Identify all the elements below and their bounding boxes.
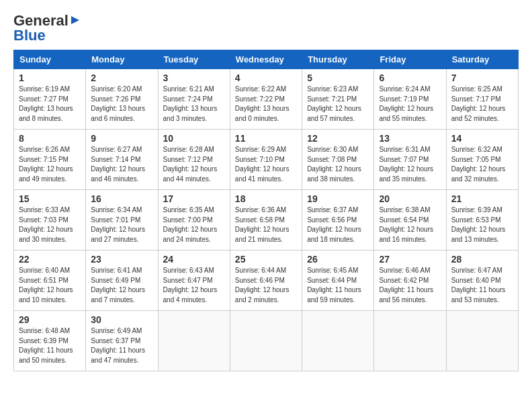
day-info: Sunrise: 6:43 AM Sunset: 6:47 PM Dayligh… xyxy=(163,266,225,305)
col-header-tuesday: Tuesday xyxy=(158,50,230,69)
logo: General Blue xyxy=(13,13,81,43)
day-info: Sunrise: 6:44 AM Sunset: 6:46 PM Dayligh… xyxy=(235,266,297,305)
calendar-cell: 2Sunrise: 6:20 AM Sunset: 7:26 PM Daylig… xyxy=(86,69,158,130)
calendar-cell: 21Sunrise: 6:39 AM Sunset: 6:53 PM Dayli… xyxy=(446,190,518,250)
col-header-sunday: Sunday xyxy=(14,50,86,69)
day-info: Sunrise: 6:39 AM Sunset: 6:53 PM Dayligh… xyxy=(451,205,513,244)
logo-arrow-icon xyxy=(70,15,81,26)
calendar-cell: 23Sunrise: 6:41 AM Sunset: 6:49 PM Dayli… xyxy=(86,250,158,311)
svg-marker-0 xyxy=(71,16,79,24)
day-number: 13 xyxy=(379,133,441,144)
day-info: Sunrise: 6:29 AM Sunset: 7:10 PM Dayligh… xyxy=(235,145,297,184)
calendar-cell: 25Sunrise: 6:44 AM Sunset: 6:46 PM Dayli… xyxy=(230,250,302,311)
col-header-friday: Friday xyxy=(374,50,446,69)
calendar-cell: 28Sunrise: 6:47 AM Sunset: 6:40 PM Dayli… xyxy=(446,250,518,311)
day-number: 10 xyxy=(163,133,225,144)
calendar-week-row: 1Sunrise: 6:19 AM Sunset: 7:27 PM Daylig… xyxy=(14,69,519,130)
day-info: Sunrise: 6:31 AM Sunset: 7:07 PM Dayligh… xyxy=(379,145,441,184)
calendar-cell: 30Sunrise: 6:49 AM Sunset: 6:37 PM Dayli… xyxy=(86,311,158,371)
col-header-thursday: Thursday xyxy=(302,50,374,69)
calendar-cell: 5Sunrise: 6:23 AM Sunset: 7:21 PM Daylig… xyxy=(302,69,374,130)
day-info: Sunrise: 6:40 AM Sunset: 6:51 PM Dayligh… xyxy=(19,266,81,305)
day-number: 29 xyxy=(19,314,81,325)
calendar-cell: 12Sunrise: 6:30 AM Sunset: 7:08 PM Dayli… xyxy=(302,130,374,190)
day-number: 4 xyxy=(235,73,297,83)
day-number: 19 xyxy=(307,193,369,204)
day-info: Sunrise: 6:28 AM Sunset: 7:12 PM Dayligh… xyxy=(163,145,225,184)
page-container: General Blue SundayMondayTuesdayWednesda… xyxy=(13,13,519,371)
logo-name: General Blue xyxy=(13,13,81,43)
day-info: Sunrise: 6:34 AM Sunset: 7:01 PM Dayligh… xyxy=(91,205,152,244)
col-header-monday: Monday xyxy=(86,50,158,69)
day-info: Sunrise: 6:24 AM Sunset: 7:19 PM Dayligh… xyxy=(379,85,441,124)
day-info: Sunrise: 6:37 AM Sunset: 6:56 PM Dayligh… xyxy=(307,205,369,244)
day-number: 7 xyxy=(451,73,513,83)
calendar-cell: 20Sunrise: 6:38 AM Sunset: 6:54 PM Dayli… xyxy=(374,190,446,250)
day-number: 12 xyxy=(307,133,369,144)
day-info: Sunrise: 6:32 AM Sunset: 7:05 PM Dayligh… xyxy=(451,145,513,184)
day-info: Sunrise: 6:35 AM Sunset: 7:00 PM Dayligh… xyxy=(163,205,225,244)
calendar-cell: 24Sunrise: 6:43 AM Sunset: 6:47 PM Dayli… xyxy=(158,250,230,311)
calendar-cell: 18Sunrise: 6:36 AM Sunset: 6:58 PM Dayli… xyxy=(230,190,302,250)
day-number: 21 xyxy=(451,193,513,204)
day-info: Sunrise: 6:27 AM Sunset: 7:14 PM Dayligh… xyxy=(91,145,152,184)
calendar-cell: 4Sunrise: 6:22 AM Sunset: 7:22 PM Daylig… xyxy=(230,69,302,130)
day-info: Sunrise: 6:20 AM Sunset: 7:26 PM Dayligh… xyxy=(91,85,152,124)
calendar-cell: 17Sunrise: 6:35 AM Sunset: 7:00 PM Dayli… xyxy=(158,190,230,250)
day-info: Sunrise: 6:23 AM Sunset: 7:21 PM Dayligh… xyxy=(307,85,369,124)
day-number: 18 xyxy=(235,193,297,204)
day-number: 15 xyxy=(19,193,81,204)
calendar-cell: 16Sunrise: 6:34 AM Sunset: 7:01 PM Dayli… xyxy=(86,190,158,250)
calendar-header-row: SundayMondayTuesdayWednesdayThursdayFrid… xyxy=(14,50,519,69)
logo-blue: Blue xyxy=(13,27,46,44)
day-info: Sunrise: 6:33 AM Sunset: 7:03 PM Dayligh… xyxy=(19,205,81,244)
calendar-week-row: 29Sunrise: 6:48 AM Sunset: 6:39 PM Dayli… xyxy=(14,311,519,371)
calendar-cell: 19Sunrise: 6:37 AM Sunset: 6:56 PM Dayli… xyxy=(302,190,374,250)
calendar-cell: 6Sunrise: 6:24 AM Sunset: 7:19 PM Daylig… xyxy=(374,69,446,130)
calendar-week-row: 8Sunrise: 6:26 AM Sunset: 7:15 PM Daylig… xyxy=(14,130,519,190)
day-number: 14 xyxy=(451,133,513,144)
day-info: Sunrise: 6:19 AM Sunset: 7:27 PM Dayligh… xyxy=(19,85,81,124)
calendar-cell xyxy=(374,311,446,371)
calendar-cell: 9Sunrise: 6:27 AM Sunset: 7:14 PM Daylig… xyxy=(86,130,158,190)
day-info: Sunrise: 6:30 AM Sunset: 7:08 PM Dayligh… xyxy=(307,145,369,184)
calendar-week-row: 22Sunrise: 6:40 AM Sunset: 6:51 PM Dayli… xyxy=(14,250,519,311)
calendar-cell: 11Sunrise: 6:29 AM Sunset: 7:10 PM Dayli… xyxy=(230,130,302,190)
calendar-cell xyxy=(302,311,374,371)
day-number: 1 xyxy=(19,73,81,83)
day-info: Sunrise: 6:45 AM Sunset: 6:44 PM Dayligh… xyxy=(307,266,369,305)
col-header-saturday: Saturday xyxy=(446,50,518,69)
day-number: 28 xyxy=(451,254,513,265)
day-number: 20 xyxy=(379,193,441,204)
day-number: 16 xyxy=(91,193,152,204)
day-number: 9 xyxy=(91,133,152,144)
day-info: Sunrise: 6:36 AM Sunset: 6:58 PM Dayligh… xyxy=(235,205,297,244)
day-info: Sunrise: 6:47 AM Sunset: 6:40 PM Dayligh… xyxy=(451,266,513,305)
calendar-cell: 29Sunrise: 6:48 AM Sunset: 6:39 PM Dayli… xyxy=(14,311,86,371)
day-info: Sunrise: 6:21 AM Sunset: 7:24 PM Dayligh… xyxy=(163,85,225,124)
day-info: Sunrise: 6:49 AM Sunset: 6:37 PM Dayligh… xyxy=(91,326,152,365)
day-number: 26 xyxy=(307,254,369,265)
calendar-cell: 27Sunrise: 6:46 AM Sunset: 6:42 PM Dayli… xyxy=(374,250,446,311)
day-number: 17 xyxy=(163,193,225,204)
day-number: 27 xyxy=(379,254,441,265)
calendar-cell xyxy=(446,311,518,371)
calendar-cell: 10Sunrise: 6:28 AM Sunset: 7:12 PM Dayli… xyxy=(158,130,230,190)
calendar-cell: 7Sunrise: 6:25 AM Sunset: 7:17 PM Daylig… xyxy=(446,69,518,130)
calendar-week-row: 15Sunrise: 6:33 AM Sunset: 7:03 PM Dayli… xyxy=(14,190,519,250)
calendar-cell: 13Sunrise: 6:31 AM Sunset: 7:07 PM Dayli… xyxy=(374,130,446,190)
day-info: Sunrise: 6:41 AM Sunset: 6:49 PM Dayligh… xyxy=(91,266,152,305)
header: General Blue xyxy=(13,13,519,43)
calendar-cell: 26Sunrise: 6:45 AM Sunset: 6:44 PM Dayli… xyxy=(302,250,374,311)
calendar-cell xyxy=(158,311,230,371)
day-info: Sunrise: 6:22 AM Sunset: 7:22 PM Dayligh… xyxy=(235,85,297,124)
calendar-cell: 15Sunrise: 6:33 AM Sunset: 7:03 PM Dayli… xyxy=(14,190,86,250)
day-number: 8 xyxy=(19,133,81,144)
calendar-cell: 1Sunrise: 6:19 AM Sunset: 7:27 PM Daylig… xyxy=(14,69,86,130)
day-number: 6 xyxy=(379,73,441,83)
day-number: 25 xyxy=(235,254,297,265)
day-number: 3 xyxy=(163,73,225,83)
day-info: Sunrise: 6:48 AM Sunset: 6:39 PM Dayligh… xyxy=(19,326,81,365)
day-info: Sunrise: 6:25 AM Sunset: 7:17 PM Dayligh… xyxy=(451,85,513,124)
col-header-wednesday: Wednesday xyxy=(230,50,302,69)
